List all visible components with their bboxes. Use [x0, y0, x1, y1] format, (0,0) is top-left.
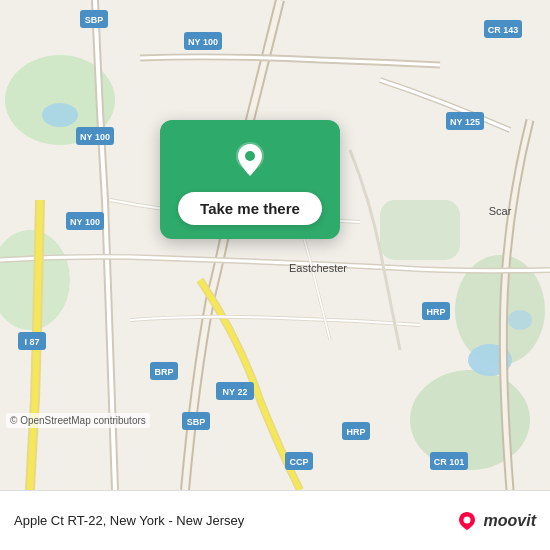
svg-text:SBP: SBP [187, 417, 206, 427]
svg-point-40 [245, 151, 255, 161]
svg-text:CR 101: CR 101 [434, 457, 465, 467]
location-card: Take me there [160, 120, 340, 239]
svg-text:NY 125: NY 125 [450, 117, 480, 127]
svg-text:NY 22: NY 22 [223, 387, 248, 397]
svg-text:BRP: BRP [154, 367, 173, 377]
svg-text:NY 100: NY 100 [188, 37, 218, 47]
svg-text:HRP: HRP [346, 427, 365, 437]
svg-text:CR 143: CR 143 [488, 25, 519, 35]
svg-text:NY 100: NY 100 [80, 132, 110, 142]
svg-text:CCP: CCP [289, 457, 308, 467]
svg-text:NY 100: NY 100 [70, 217, 100, 227]
map-container: SBP NY 100 NY 100 NY 100 NY 125 CR 143 I… [0, 0, 550, 490]
svg-point-8 [508, 310, 532, 330]
svg-point-6 [42, 103, 78, 127]
pin-icon [228, 138, 272, 182]
svg-text:Eastchester: Eastchester [289, 262, 347, 274]
svg-text:SBP: SBP [85, 15, 104, 25]
svg-point-41 [463, 516, 470, 523]
svg-text:HRP: HRP [426, 307, 445, 317]
svg-text:Scar: Scar [489, 205, 512, 217]
moovit-pin-icon [456, 510, 478, 532]
svg-rect-5 [380, 200, 460, 260]
bottom-bar: Apple Ct RT-22, New York - New Jersey mo… [0, 490, 550, 550]
moovit-logo: moovit [456, 510, 536, 532]
moovit-brand-name: moovit [484, 512, 536, 530]
location-text: Apple Ct RT-22, New York - New Jersey [14, 513, 456, 528]
osm-attribution: © OpenStreetMap contributors [6, 413, 150, 428]
svg-text:I 87: I 87 [24, 337, 39, 347]
take-me-there-button[interactable]: Take me there [178, 192, 322, 225]
